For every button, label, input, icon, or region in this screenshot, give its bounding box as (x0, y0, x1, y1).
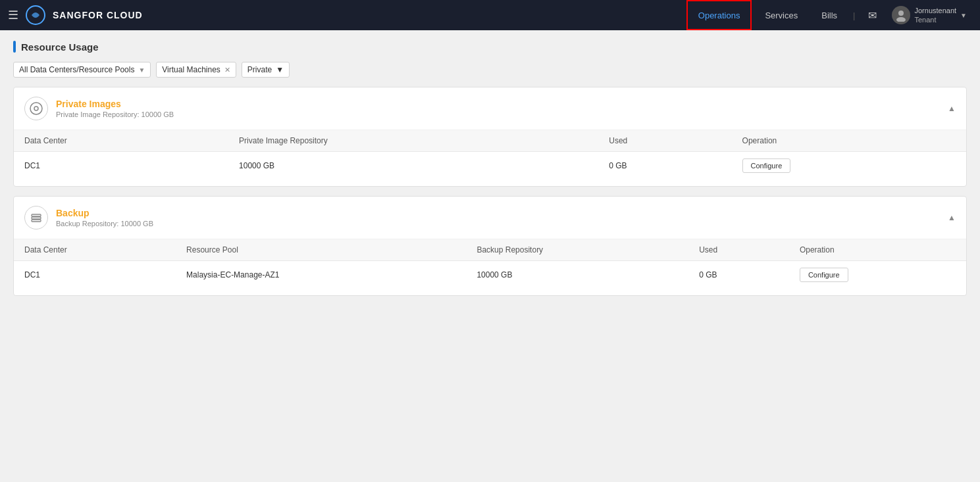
backup-title: Backup (56, 208, 153, 218)
disc-icon (30, 102, 43, 115)
col-used-2: Used (688, 239, 789, 261)
layers-icon (30, 211, 43, 224)
backup-table-head: Data Center Resource Pool Backup Reposit… (14, 239, 966, 261)
col-private-image-repo: Private Image Repository (228, 130, 598, 152)
top-navigation: ☰ SANGFOR CLOUD Operations Services Bill… (0, 0, 980, 30)
datacenter-chevron: ▼ (138, 66, 145, 74)
private-images-table-head: Data Center Private Image Repository Use… (14, 130, 966, 152)
user-name: Jornustenant (914, 6, 956, 15)
backup-icon (24, 206, 48, 229)
used-cell-1: 0 GB (598, 152, 731, 180)
col-operation-2: Operation (789, 239, 966, 261)
vm-label: Virtual Machines (162, 65, 220, 74)
used-cell-2: 0 GB (688, 261, 789, 289)
nav-services[interactable]: Services (754, 0, 808, 30)
user-dropdown-icon: ▼ (960, 12, 967, 19)
table-row: DC1 10000 GB 0 GB Configure (14, 152, 966, 180)
configure-button-2[interactable]: Configure (800, 268, 848, 282)
svg-point-2 (896, 17, 906, 22)
datacenter-cell-1: DC1 (14, 152, 228, 180)
backup-table: Data Center Resource Pool Backup Reposit… (14, 239, 966, 289)
backup-subtitle: Backup Repository: 10000 GB (56, 220, 153, 228)
svg-point-3 (30, 103, 42, 114)
col-operation-1: Operation (732, 130, 966, 152)
private-images-table-wrapper: Data Center Private Image Repository Use… (14, 130, 966, 186)
backup-repo-cell: 10000 GB (466, 261, 688, 289)
operation-cell-1: Configure (732, 152, 966, 180)
nav-bills-label: Bills (821, 11, 837, 20)
svg-point-4 (34, 107, 38, 110)
user-avatar (892, 6, 910, 24)
col-used-1: Used (598, 130, 731, 152)
resource-pool-cell: Malaysia-EC-Manage-AZ1 (176, 261, 466, 289)
page-title-text: Resource Usage (21, 41, 99, 53)
datacenter-label: All Data Centers/Resource Pools (19, 65, 134, 74)
page-title-bar: Resource Usage (13, 41, 967, 53)
backup-table-wrapper: Data Center Resource Pool Backup Reposit… (14, 239, 966, 295)
private-images-title: Private Images (56, 99, 174, 109)
private-filter-tag[interactable]: Private ▼ (242, 62, 290, 78)
svg-rect-7 (32, 220, 41, 222)
title-accent-bar (13, 41, 16, 53)
vm-close-icon[interactable]: ✕ (224, 66, 230, 74)
nav-left: ☰ SANGFOR CLOUD (8, 5, 686, 26)
table-row: DC1 Malaysia-EC-Manage-AZ1 10000 GB 0 GB… (14, 261, 966, 289)
private-images-table: Data Center Private Image Repository Use… (14, 130, 966, 180)
nav-bills[interactable]: Bills (811, 0, 848, 30)
private-images-table-body: DC1 10000 GB 0 GB Configure (14, 152, 966, 180)
datacenter-cell-2: DC1 (14, 261, 176, 289)
backup-header: Backup Backup Repository: 10000 GB ▲ (14, 197, 966, 239)
user-info: Jornustenant Tenant (914, 6, 956, 25)
private-image-repo-cell: 10000 GB (228, 152, 598, 180)
private-chevron: ▼ (276, 65, 284, 74)
private-images-header: Private Images Private Image Repository:… (14, 87, 966, 130)
vm-filter-tag[interactable]: Virtual Machines ✕ (156, 62, 236, 78)
private-images-collapse-icon[interactable]: ▲ (948, 104, 956, 113)
user-role: Tenant (914, 15, 956, 24)
brand-logo (25, 5, 46, 26)
backup-title-block: Backup Backup Repository: 10000 GB (56, 208, 153, 228)
nav-separator: | (853, 11, 855, 20)
brand-name: SANGFOR CLOUD (53, 10, 143, 20)
backup-table-body: DC1 Malaysia-EC-Manage-AZ1 10000 GB 0 GB… (14, 261, 966, 289)
filter-bar: All Data Centers/Resource Pools ▼ Virtua… (13, 62, 967, 78)
nav-user[interactable]: Jornustenant Tenant ▼ (887, 6, 972, 25)
col-datacenter-2: Data Center (14, 239, 176, 261)
private-images-section: Private Images Private Image Repository:… (13, 87, 967, 187)
nav-services-label: Services (765, 11, 798, 20)
col-resource-pool: Resource Pool (176, 239, 466, 261)
private-label: Private (247, 65, 272, 74)
datacenter-dropdown[interactable]: All Data Centers/Resource Pools ▼ (13, 62, 151, 78)
private-images-icon (24, 97, 48, 120)
nav-operations-label: Operations (698, 11, 740, 20)
configure-button-1[interactable]: Configure (742, 158, 791, 173)
backup-collapse-icon[interactable]: ▲ (948, 213, 956, 222)
svg-rect-6 (32, 217, 41, 219)
backup-header-left: Backup Backup Repository: 10000 GB (24, 206, 153, 229)
backup-section: Backup Backup Repository: 10000 GB ▲ Dat… (13, 196, 967, 296)
col-backup-repo: Backup Repository (466, 239, 688, 261)
avatar-icon (894, 9, 908, 22)
private-images-title-block: Private Images Private Image Repository:… (56, 99, 174, 118)
operation-cell-2: Configure (789, 261, 966, 289)
private-images-subtitle: Private Image Repository: 10000 GB (56, 110, 174, 118)
nav-mail-icon[interactable]: ✉ (860, 3, 884, 27)
main-content: Resource Usage All Data Centers/Resource… (0, 30, 980, 316)
menu-icon[interactable]: ☰ (8, 8, 18, 22)
col-datacenter-1: Data Center (14, 130, 228, 152)
private-images-header-left: Private Images Private Image Repository:… (24, 97, 174, 120)
nav-operations[interactable]: Operations (686, 0, 752, 30)
svg-rect-5 (32, 214, 41, 216)
svg-point-1 (898, 11, 904, 16)
nav-right: Operations Services Bills | ✉ Jornustena… (686, 0, 972, 30)
